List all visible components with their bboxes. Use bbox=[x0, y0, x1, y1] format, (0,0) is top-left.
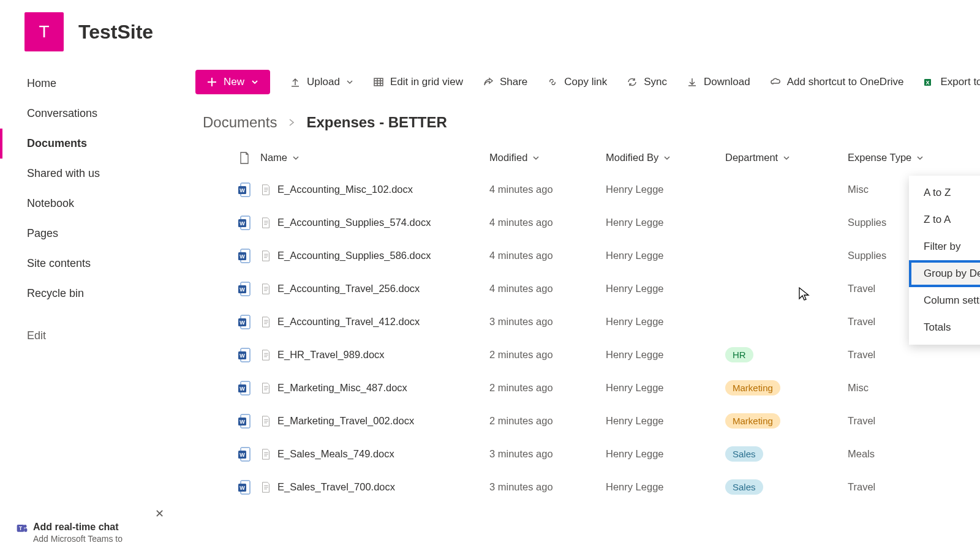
new-button[interactable]: New bbox=[195, 70, 270, 94]
chevron-down-icon bbox=[346, 78, 353, 86]
word-icon: W bbox=[238, 182, 251, 198]
file-name[interactable]: E_Accounting_Misc_102.docx bbox=[277, 184, 413, 195]
table-row[interactable]: WE_HR_Travel_989.docx2 minutes agoHenry … bbox=[195, 338, 963, 371]
table-row[interactable]: WE_Sales_Meals_749.docx3 minutes agoHenr… bbox=[195, 437, 963, 470]
modified-by-cell[interactable]: Henry Legge bbox=[606, 415, 725, 427]
modified-by-cell[interactable]: Henry Legge bbox=[606, 250, 725, 261]
column-modified-by[interactable]: Modified By bbox=[606, 152, 725, 163]
modified-by-cell[interactable]: Henry Legge bbox=[606, 481, 725, 493]
modified-cell: 3 minutes ago bbox=[489, 448, 606, 460]
upload-button[interactable]: Upload bbox=[281, 71, 362, 93]
table-row[interactable]: WE_Marketing_Travel_002.docx2 minutes ag… bbox=[195, 404, 963, 437]
word-icon: W bbox=[238, 347, 251, 363]
filter-by[interactable]: Filter by bbox=[909, 233, 980, 260]
expense-cell: Travel bbox=[848, 349, 946, 361]
dept-cell: Marketing bbox=[725, 413, 848, 429]
modified-by-cell[interactable]: Henry Legge bbox=[606, 217, 725, 228]
svg-text:W: W bbox=[239, 353, 245, 359]
sidebar-item-documents[interactable]: Documents bbox=[0, 129, 178, 159]
document-icon bbox=[260, 481, 271, 493]
column-settings[interactable]: Column settings› bbox=[909, 287, 980, 314]
svg-text:W: W bbox=[239, 386, 245, 392]
site-title[interactable]: TestSite bbox=[78, 21, 153, 43]
group-by-department[interactable]: Group by Department bbox=[909, 260, 980, 287]
close-icon[interactable]: ✕ bbox=[153, 507, 167, 520]
sidebar-item-shared-with-us[interactable]: Shared with us bbox=[0, 159, 178, 189]
nav-edit[interactable]: Edit bbox=[0, 321, 178, 351]
download-button[interactable]: Download bbox=[678, 71, 759, 93]
export-excel-button[interactable]: X Export to Ex bbox=[915, 71, 980, 93]
modified-by-cell[interactable]: Henry Legge bbox=[606, 316, 725, 328]
table-row[interactable]: WE_Accounting_Supplies_574.docx4 minutes… bbox=[195, 206, 963, 239]
column-expense-type[interactable]: Expense Type bbox=[848, 152, 946, 163]
modified-by-cell[interactable]: Henry Legge bbox=[606, 184, 725, 195]
file-name[interactable]: E_Accounting_Travel_412.docx bbox=[277, 316, 420, 328]
column-modified[interactable]: Modified bbox=[489, 152, 606, 163]
sidebar-item-pages[interactable]: Pages bbox=[0, 219, 178, 249]
chevron-right-icon bbox=[288, 118, 295, 127]
chat-promo[interactable]: ✕ T Add real-time chat Add Microsoft Tea… bbox=[5, 514, 173, 551]
modified-by-cell[interactable]: Henry Legge bbox=[606, 349, 725, 361]
sidebar-item-conversations[interactable]: Conversations bbox=[0, 99, 178, 129]
edit-grid-button[interactable]: Edit in grid view bbox=[364, 71, 472, 93]
chevron-down-icon bbox=[251, 78, 259, 86]
modified-cell: 4 minutes ago bbox=[489, 184, 606, 195]
file-list: Name Modified Modified By Department Exp… bbox=[178, 142, 980, 503]
table-row[interactable]: WE_Accounting_Travel_412.docx3 minutes a… bbox=[195, 305, 963, 338]
table-row[interactable]: WE_Accounting_Supplies_586.docx4 minutes… bbox=[195, 239, 963, 272]
table-row[interactable]: WE_Sales_Travel_700.docx3 minutes agoHen… bbox=[195, 470, 963, 503]
file-name[interactable]: E_Accounting_Supplies_586.docx bbox=[277, 250, 431, 261]
file-type-icon[interactable] bbox=[239, 151, 250, 165]
site-logo[interactable]: T bbox=[24, 12, 64, 51]
sort-a-to-z[interactable]: A to Z bbox=[909, 179, 980, 206]
command-bar: New Upload Edit in grid view Share Copy … bbox=[178, 64, 980, 100]
file-name[interactable]: E_Marketing_Travel_002.docx bbox=[277, 415, 414, 427]
file-name[interactable]: E_Marketing_Misc_487.docx bbox=[277, 382, 407, 394]
main-content: New Upload Edit in grid view Share Copy … bbox=[178, 64, 980, 551]
table-row[interactable]: WE_Accounting_Misc_102.docx4 minutes ago… bbox=[195, 173, 963, 206]
file-name[interactable]: E_Accounting_Travel_256.docx bbox=[277, 283, 420, 294]
svg-text:W: W bbox=[239, 485, 245, 491]
file-name[interactable]: E_Accounting_Supplies_574.docx bbox=[277, 217, 431, 228]
word-icon: W bbox=[238, 248, 251, 264]
table-row[interactable]: WE_Marketing_Misc_487.docx2 minutes agoH… bbox=[195, 371, 963, 404]
modified-cell: 2 minutes ago bbox=[489, 349, 606, 361]
word-icon: W bbox=[238, 380, 251, 396]
sidebar-item-recycle-bin[interactable]: Recycle bin bbox=[0, 279, 178, 309]
svg-text:X: X bbox=[925, 80, 929, 86]
modified-by-cell[interactable]: Henry Legge bbox=[606, 382, 725, 394]
expense-cell: Misc bbox=[848, 382, 946, 394]
copy-link-button[interactable]: Copy link bbox=[538, 71, 616, 93]
document-icon bbox=[260, 382, 271, 394]
onedrive-icon bbox=[770, 77, 781, 88]
table-row[interactable]: WE_Accounting_Travel_256.docx4 minutes a… bbox=[195, 272, 963, 305]
dept-cell: Sales bbox=[725, 446, 848, 462]
column-department[interactable]: Department bbox=[725, 152, 848, 163]
chevron-down-icon bbox=[532, 154, 540, 162]
column-headers: Name Modified Modified By Department Exp… bbox=[195, 142, 963, 173]
totals[interactable]: Totals› bbox=[909, 314, 980, 341]
word-icon: W bbox=[238, 413, 251, 429]
document-icon bbox=[260, 184, 271, 196]
share-button[interactable]: Share bbox=[474, 71, 536, 93]
file-name[interactable]: E_HR_Travel_989.docx bbox=[277, 349, 385, 361]
add-shortcut-button[interactable]: Add shortcut to OneDrive bbox=[761, 71, 913, 93]
file-name[interactable]: E_Sales_Travel_700.docx bbox=[277, 481, 395, 493]
sidebar-item-site-contents[interactable]: Site contents bbox=[0, 249, 178, 279]
breadcrumb-root[interactable]: Documents bbox=[203, 114, 277, 131]
file-name[interactable]: E_Sales_Meals_749.docx bbox=[277, 448, 394, 460]
sidebar-item-notebook[interactable]: Notebook bbox=[0, 189, 178, 219]
sidebar-item-home[interactable]: Home bbox=[0, 69, 178, 99]
dept-tag: Marketing bbox=[725, 413, 780, 429]
expense-cell: Meals bbox=[848, 448, 946, 460]
modified-by-cell[interactable]: Henry Legge bbox=[606, 448, 725, 460]
dept-tag: HR bbox=[725, 347, 753, 362]
sync-button[interactable]: Sync bbox=[618, 71, 676, 93]
dept-tag: Sales bbox=[725, 479, 763, 495]
modified-by-cell[interactable]: Henry Legge bbox=[606, 283, 725, 294]
modified-cell: 4 minutes ago bbox=[489, 283, 606, 294]
column-name[interactable]: Name bbox=[257, 152, 489, 163]
modified-cell: 3 minutes ago bbox=[489, 481, 606, 493]
sort-z-to-a[interactable]: Z to A bbox=[909, 206, 980, 233]
expense-cell: Travel bbox=[848, 415, 946, 427]
